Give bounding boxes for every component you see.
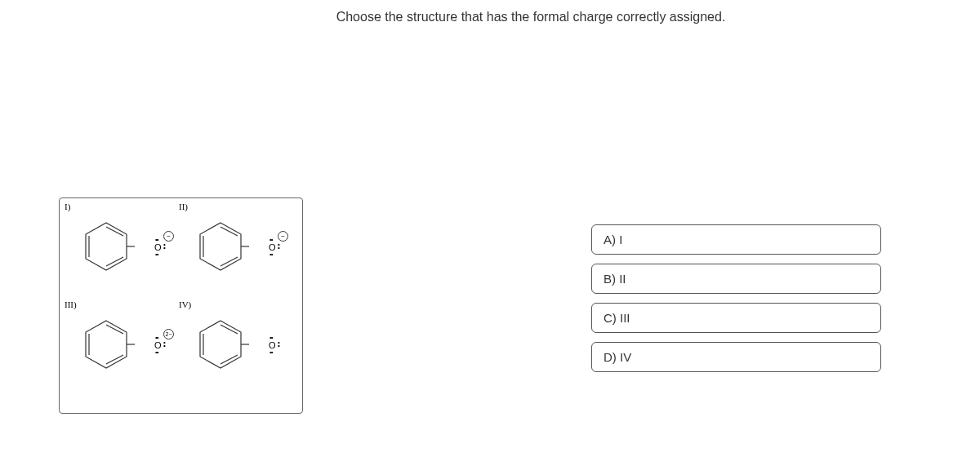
structure-4-label: IV) (179, 299, 191, 309)
charge-badge: 2− (163, 329, 174, 339)
charge-badge: − (163, 231, 174, 242)
lone-pair-icon: •• (155, 236, 158, 243)
lone-pair-icon: •• (155, 251, 158, 258)
charge-badge: − (278, 231, 288, 242)
structure-3: III) O •• •• •• 2− (60, 296, 180, 394)
answer-option-b[interactable]: B) II (591, 264, 881, 294)
svg-marker-5 (200, 223, 241, 270)
lone-pair-icon: •• (270, 236, 273, 243)
lone-pair-icon: •• (163, 341, 166, 348)
structure-4: IV) O •• •• •• (174, 296, 295, 394)
structure-1-label: I) (65, 202, 70, 211)
lone-pair-icon: •• (270, 334, 273, 341)
lone-pair-icon: •• (278, 243, 280, 250)
structure-2: II) O •• •• •• − (174, 198, 295, 296)
lone-pair-icon: •• (155, 334, 158, 341)
question-text: Choose the structure that has the formal… (82, 0, 980, 24)
svg-marker-10 (86, 321, 127, 368)
svg-marker-15 (200, 321, 241, 368)
svg-marker-0 (86, 223, 127, 270)
structure-1: I) O •• •• •• − (60, 198, 180, 296)
structure-3-label: III) (65, 299, 77, 309)
answer-option-d[interactable]: D) IV (591, 342, 881, 372)
benzene-icon (192, 218, 249, 275)
lone-pair-icon: •• (270, 348, 273, 356)
structure-2-label: II) (179, 202, 188, 211)
lone-pair-icon: •• (278, 341, 280, 348)
lone-pair-icon: •• (163, 243, 166, 250)
benzene-icon (192, 316, 249, 373)
lone-pair-icon: •• (155, 348, 158, 356)
benzene-icon (78, 218, 135, 275)
structures-panel: I) O •• •• •• − II) O •• •• •• − III) (59, 197, 303, 414)
answer-option-a[interactable]: A) I (591, 224, 881, 255)
answers-list: A) I B) II C) III D) IV (591, 224, 881, 381)
lone-pair-icon: •• (270, 251, 273, 258)
benzene-icon (78, 316, 135, 373)
answer-option-c[interactable]: C) III (591, 303, 881, 333)
